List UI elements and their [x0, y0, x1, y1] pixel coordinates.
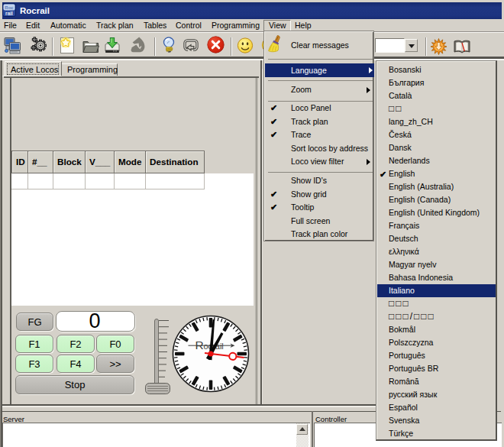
svg-text:rail: rail [5, 11, 13, 16]
svg-text:R: R [195, 338, 204, 351]
svg-text:Roc: Roc [5, 5, 14, 10]
